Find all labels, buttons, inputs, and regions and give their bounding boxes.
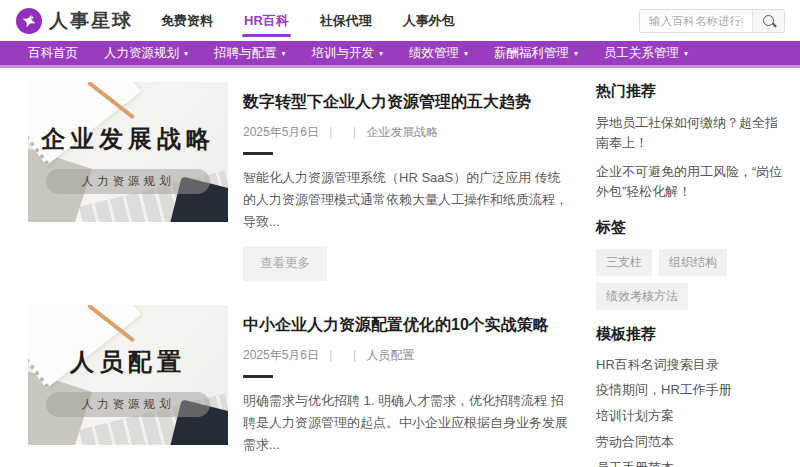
- template-link[interactable]: 疫情期间，HR工作手册: [596, 381, 786, 400]
- chevron-down-icon: ▾: [684, 49, 688, 58]
- article-category[interactable]: 人员配置: [367, 347, 415, 364]
- templates-section: 模板推荐 HR百科名词搜索目录 疫情期间，HR工作手册 培训计划方案 劳动合同范…: [596, 325, 786, 467]
- chevron-down-icon: ▾: [464, 49, 468, 58]
- top-nav-item-hr-wiki[interactable]: HR百科: [242, 0, 291, 42]
- top-nav: 免费资料 HR百科 社保代理 人事外包: [159, 0, 457, 42]
- category-nav-label: 招聘与配置: [214, 45, 277, 62]
- tags-title: 标签: [596, 218, 786, 237]
- star-icon: [16, 8, 42, 34]
- thumbnail-badge: 人力资源规划: [46, 392, 210, 417]
- template-link[interactable]: HR百科名词搜索目录: [596, 356, 786, 375]
- sidebar: 热门推荐 异地员工社保如何缴纳？超全指南奉上！ 企业不可避免的用工风险，“岗位外…: [596, 82, 786, 467]
- tag[interactable]: 组织结构: [659, 249, 727, 276]
- chevron-down-icon: ▾: [574, 49, 578, 58]
- templates-title: 模板推荐: [596, 325, 786, 344]
- chevron-down-icon: ▾: [184, 49, 188, 58]
- article-excerpt: 智能化人力资源管理系统（HR SaaS）的广泛应用 传统的人力资源管理模式通常依…: [243, 167, 573, 233]
- article-body: 数字转型下企业人力资源管理的五大趋势 2025年5月6日 ｜ ｜ 企业发展战略 …: [228, 82, 573, 281]
- search-icon: [763, 15, 774, 26]
- top-nav-item-social-insurance[interactable]: 社保代理: [318, 0, 374, 42]
- article-list: 企业发展战略 人力资源规划 数字转型下企业人力资源管理的五大趋势 2025年5月…: [28, 82, 580, 467]
- search-input[interactable]: [640, 10, 752, 32]
- category-nav-performance[interactable]: 绩效管理▾: [409, 45, 468, 62]
- article-thumbnail[interactable]: 企业发展战略 人力资源规划: [28, 82, 228, 222]
- divider: [243, 152, 273, 155]
- article-meta: 2025年5月6日 ｜ ｜ 企业发展战略: [243, 124, 573, 141]
- hot-recommend-title: 热门推荐: [596, 82, 786, 101]
- article-title[interactable]: 数字转型下企业人力资源管理的五大趋势: [243, 92, 573, 113]
- search-button[interactable]: [752, 10, 784, 32]
- category-nav-label: 绩效管理: [409, 45, 459, 62]
- article-body: 中小企业人力资源配置优化的10个实战策略 2025年5月6日 ｜ ｜ 人员配置 …: [228, 305, 573, 467]
- tags-section: 标签 三支柱 组织结构 绩效考核方法: [596, 218, 786, 310]
- hot-link[interactable]: 企业不可避免的用工风险，“岗位外包”轻松化解！: [596, 162, 786, 202]
- thumbnail-title: 人员配置: [28, 346, 228, 378]
- tag-list: 三支柱 组织结构 绩效考核方法: [596, 249, 786, 310]
- divider: [243, 375, 273, 378]
- brand[interactable]: 人事星球: [16, 8, 133, 34]
- article-date: 2025年5月6日: [243, 124, 319, 141]
- hot-link[interactable]: 异地员工社保如何缴纳？超全指南奉上！: [596, 113, 786, 153]
- thumbnail-title: 企业发展战略: [28, 123, 228, 155]
- page: 人事星球 免费资料 HR百科 社保代理 人事外包 百科首页 人力资源规划▾ 招聘…: [0, 0, 800, 467]
- category-nav-employee-relations[interactable]: 员工关系管理▾: [604, 45, 688, 62]
- read-more-button[interactable]: 查看更多: [243, 246, 327, 281]
- tag[interactable]: 三支柱: [596, 249, 652, 276]
- chevron-down-icon: ▾: [282, 49, 286, 58]
- meta-separator: ｜: [325, 124, 337, 141]
- category-nav: 百科首页 人力资源规划▾ 招聘与配置▾ 培训与开发▾ 绩效管理▾ 薪酬福利管理▾…: [0, 41, 800, 68]
- main-area: 企业发展战略 人力资源规划 数字转型下企业人力资源管理的五大趋势 2025年5月…: [0, 68, 800, 467]
- meta-separator: ｜: [349, 124, 361, 141]
- article-excerpt: 明确需求与优化招聘 1. 明确人才需求，优化招聘流程 招聘是人力资源管理的起点。…: [243, 390, 573, 456]
- chevron-down-icon: ▾: [379, 49, 383, 58]
- article-title[interactable]: 中小企业人力资源配置优化的10个实战策略: [243, 315, 573, 336]
- article-card: 企业发展战略 人力资源规划 数字转型下企业人力资源管理的五大趋势 2025年5月…: [28, 82, 580, 281]
- category-nav-label: 员工关系管理: [604, 45, 679, 62]
- category-nav-compensation[interactable]: 薪酬福利管理▾: [494, 45, 578, 62]
- category-nav-hr-planning[interactable]: 人力资源规划▾: [104, 45, 188, 62]
- search-box: [639, 9, 785, 33]
- brand-name: 人事星球: [49, 8, 133, 34]
- category-nav-recruiting[interactable]: 招聘与配置▾: [214, 45, 286, 62]
- top-nav-item-hr-outsourcing[interactable]: 人事外包: [401, 0, 457, 42]
- header: 人事星球 免费资料 HR百科 社保代理 人事外包: [0, 0, 800, 41]
- article-thumbnail[interactable]: 人员配置 人力资源规划: [28, 305, 228, 445]
- category-nav-label: 培训与开发: [312, 45, 375, 62]
- meta-separator: ｜: [325, 347, 337, 364]
- article-meta: 2025年5月6日 ｜ ｜ 人员配置: [243, 347, 573, 364]
- template-link[interactable]: 员工手册范本: [596, 459, 786, 467]
- article-card: 人员配置 人力资源规划 中小企业人力资源配置优化的10个实战策略 2025年5月…: [28, 305, 580, 467]
- meta-separator: ｜: [349, 347, 361, 364]
- category-nav-label: 百科首页: [28, 45, 78, 62]
- tag[interactable]: 绩效考核方法: [596, 283, 688, 310]
- template-link[interactable]: 劳动合同范本: [596, 433, 786, 452]
- template-link[interactable]: 培训计划方案: [596, 407, 786, 426]
- thumbnail-badge: 人力资源规划: [46, 169, 210, 194]
- category-nav-home[interactable]: 百科首页: [28, 45, 78, 62]
- category-nav-training[interactable]: 培训与开发▾: [312, 45, 384, 62]
- category-nav-label: 人力资源规划: [104, 45, 179, 62]
- article-category[interactable]: 企业发展战略: [367, 124, 439, 141]
- article-date: 2025年5月6日: [243, 347, 319, 364]
- category-nav-label: 薪酬福利管理: [494, 45, 569, 62]
- top-nav-item-free-resources[interactable]: 免费资料: [159, 0, 215, 42]
